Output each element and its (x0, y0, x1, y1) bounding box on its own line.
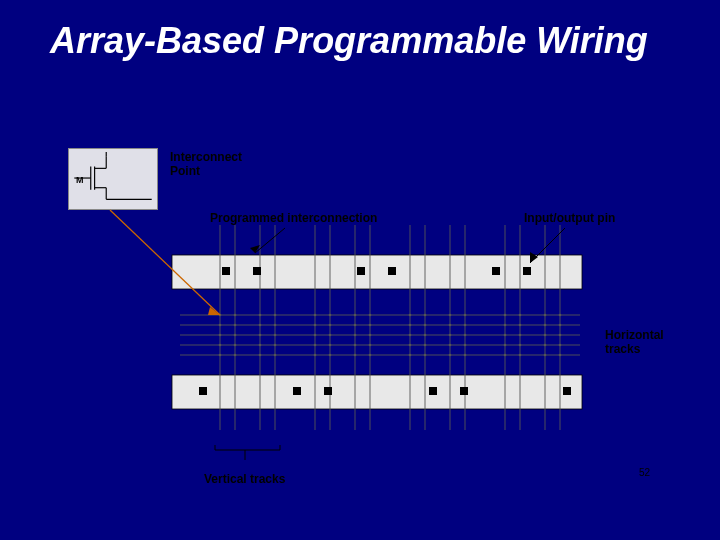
svg-rect-123 (563, 387, 571, 395)
svg-point-64 (354, 334, 357, 337)
svg-point-88 (464, 324, 467, 327)
svg-point-58 (329, 324, 332, 327)
svg-point-60 (329, 344, 332, 347)
svg-point-109 (559, 334, 562, 337)
svg-point-71 (369, 354, 372, 357)
svg-point-54 (314, 334, 317, 337)
transistor-m-label: M (76, 175, 84, 185)
svg-point-44 (259, 334, 262, 337)
svg-point-66 (354, 354, 357, 357)
svg-point-69 (369, 334, 372, 337)
svg-point-82 (449, 314, 452, 317)
svg-point-55 (314, 344, 317, 347)
interconnect-point-label: Interconnect Point (170, 150, 242, 179)
svg-point-65 (354, 344, 357, 347)
svg-point-41 (234, 354, 237, 357)
svg-point-80 (424, 344, 427, 347)
svg-rect-10 (172, 375, 582, 409)
svg-point-74 (409, 334, 412, 337)
svg-point-106 (544, 354, 547, 357)
svg-point-63 (354, 324, 357, 327)
svg-point-104 (544, 334, 547, 337)
svg-point-76 (409, 354, 412, 357)
svg-point-34 (219, 334, 222, 337)
svg-rect-113 (253, 267, 261, 275)
svg-marker-125 (250, 245, 260, 253)
svg-marker-129 (208, 307, 220, 315)
svg-point-85 (449, 344, 452, 347)
svg-rect-122 (460, 387, 468, 395)
svg-point-35 (219, 344, 222, 347)
svg-point-111 (559, 354, 562, 357)
svg-point-105 (544, 344, 547, 347)
svg-point-57 (329, 314, 332, 317)
svg-point-83 (449, 324, 452, 327)
vertical-tracks-label: Vertical tracks (204, 472, 285, 486)
svg-point-103 (544, 324, 547, 327)
svg-point-33 (219, 324, 222, 327)
svg-point-84 (449, 334, 452, 337)
svg-point-90 (464, 344, 467, 347)
svg-point-96 (504, 354, 507, 357)
svg-point-47 (274, 314, 277, 317)
wiring-diagram (160, 200, 600, 460)
svg-point-43 (259, 324, 262, 327)
svg-point-36 (219, 354, 222, 357)
svg-point-51 (274, 354, 277, 357)
svg-point-67 (369, 314, 372, 317)
svg-point-89 (464, 334, 467, 337)
svg-point-77 (424, 314, 427, 317)
svg-point-97 (519, 314, 522, 317)
svg-point-48 (274, 324, 277, 327)
slide-title: Array-Based Programmable Wiring (0, 0, 720, 71)
svg-point-91 (464, 354, 467, 357)
svg-point-45 (259, 344, 262, 347)
svg-point-87 (464, 314, 467, 317)
svg-point-81 (424, 354, 427, 357)
svg-rect-120 (324, 387, 332, 395)
page-number: 52 (639, 467, 650, 478)
svg-point-56 (314, 354, 317, 357)
svg-point-99 (519, 334, 522, 337)
horizontal-tracks-label: Horizontal tracks (605, 328, 664, 357)
svg-rect-9 (172, 255, 582, 289)
transistor-inset: M (68, 148, 158, 210)
svg-rect-118 (199, 387, 207, 395)
svg-point-73 (409, 324, 412, 327)
svg-point-49 (274, 334, 277, 337)
svg-rect-116 (492, 267, 500, 275)
svg-point-92 (504, 314, 507, 317)
svg-point-52 (314, 314, 317, 317)
svg-point-61 (329, 354, 332, 357)
svg-point-95 (504, 344, 507, 347)
svg-point-46 (259, 354, 262, 357)
svg-point-68 (369, 324, 372, 327)
svg-point-110 (559, 344, 562, 347)
svg-point-75 (409, 344, 412, 347)
svg-rect-112 (222, 267, 230, 275)
svg-point-100 (519, 344, 522, 347)
svg-point-59 (329, 334, 332, 337)
svg-point-39 (234, 334, 237, 337)
svg-point-86 (449, 354, 452, 357)
svg-point-78 (424, 324, 427, 327)
svg-point-79 (424, 334, 427, 337)
svg-point-102 (544, 314, 547, 317)
svg-point-98 (519, 324, 522, 327)
svg-point-108 (559, 324, 562, 327)
svg-point-70 (369, 344, 372, 347)
svg-line-124 (255, 228, 285, 253)
svg-point-101 (519, 354, 522, 357)
svg-rect-114 (357, 267, 365, 275)
svg-point-72 (409, 314, 412, 317)
svg-point-107 (559, 314, 562, 317)
svg-point-94 (504, 334, 507, 337)
svg-point-37 (234, 314, 237, 317)
svg-rect-117 (523, 267, 531, 275)
svg-rect-115 (388, 267, 396, 275)
svg-point-40 (234, 344, 237, 347)
svg-point-93 (504, 324, 507, 327)
svg-rect-121 (429, 387, 437, 395)
svg-point-42 (259, 314, 262, 317)
svg-rect-119 (293, 387, 301, 395)
